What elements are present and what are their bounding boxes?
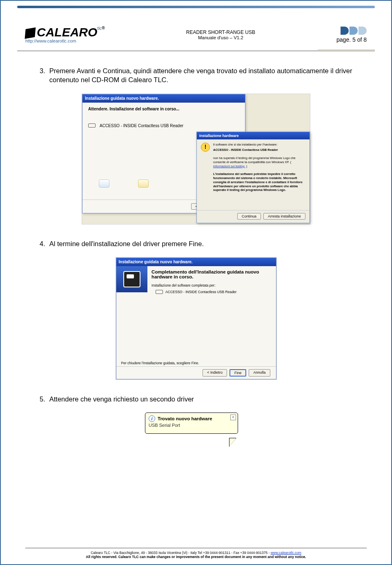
balloon-title: Trovato nuovo hardware	[158, 416, 212, 421]
wizard-body: Attendere. Installazione del software in…	[82, 103, 245, 132]
folder-icon	[138, 179, 149, 188]
completion-button-row: < Indietro Fine Annulla	[116, 366, 276, 377]
usb-icon	[156, 290, 163, 294]
warning-text: Il software che si sta installando per l…	[213, 143, 305, 193]
doc-subtitle: Manuale d'uso – V1.2	[186, 35, 255, 40]
annulla-button[interactable]: Annulla	[249, 369, 270, 377]
arresta-button[interactable]: Arresta installazione	[263, 213, 305, 220]
step-number: 4.	[40, 239, 45, 248]
figure-install-wizard-and-warning: Installazione guidata nuovo hardware. At…	[82, 94, 310, 224]
step-3: 3. Premere Avanti e Continua, quindi att…	[40, 66, 352, 85]
fine-button[interactable]: Fine	[229, 369, 247, 377]
balloon-tail	[229, 438, 236, 447]
header-left: CALEAROtlc® http://www.calearotlc.com	[25, 26, 105, 43]
shape-icon	[350, 27, 358, 35]
logo-icon	[25, 27, 36, 39]
step-4: 4. Al termine dell'installazione del dri…	[40, 239, 352, 248]
back-button[interactable]: < Indietro	[203, 369, 227, 377]
page-header: CALEAROtlc® http://www.calearotlc.com RE…	[25, 20, 367, 49]
shape-icon	[359, 27, 367, 35]
header-rule	[17, 51, 375, 51]
logo: CALEAROtlc®	[25, 26, 105, 38]
completion-left-graphic	[116, 266, 148, 292]
completion-device: ACCESSO - INSIDE Contactless USB Reader	[165, 290, 236, 294]
doc-title: READER SHORT-RANGE USB	[186, 29, 255, 35]
step-text: Al termine dell'installazione del driver…	[49, 239, 204, 248]
wizard-titlebar: Installazione guidata nuovo hardware.	[82, 94, 245, 103]
info-icon: i	[149, 415, 155, 422]
balloon: × i Trovato nuovo hardware USB Serial Po…	[145, 413, 238, 434]
brand-shapes	[336, 27, 367, 35]
header-right: page. 5 of 8	[336, 27, 367, 43]
continua-button[interactable]: Continua	[237, 213, 261, 220]
footer-link[interactable]: www.calearotlc.com	[271, 551, 301, 555]
balloon-title-row: i Trovato nuovo hardware	[149, 415, 234, 422]
step-text: Attendere che venga richiesto un secondo…	[49, 395, 194, 404]
warning-bold: L'installazione del software potrebbe im…	[213, 172, 305, 192]
completion-note: Per chiudere l'installazione guidata, sc…	[121, 361, 199, 365]
completion-titlebar: Installazione guidata nuovo hardware.	[116, 258, 276, 266]
usb-icon	[88, 123, 96, 128]
close-icon[interactable]: ×	[230, 415, 236, 420]
completion-title: Completamento dell'Installazione guidata…	[151, 269, 272, 279]
completion-sub: Installazione del software completata pe…	[151, 283, 272, 287]
page-footer: Calearo TLC - Via Bacchiglione, 49 - 360…	[25, 546, 367, 559]
page-content: 3. Premere Avanti e Continua, quindi att…	[40, 66, 352, 462]
warning-row: ! Il software che si sta installando per…	[201, 143, 305, 193]
warning-device: ACCESSO - INSIDE Contactless USB Reader	[213, 148, 278, 152]
warning-button-row: Continua Arresta installazione	[197, 210, 310, 220]
shape-icon	[341, 27, 349, 35]
testing-info-link[interactable]: Informazioni sul testing.	[213, 164, 245, 168]
warning-titlebar: Installazione hardware	[197, 132, 310, 139]
disk-icon	[99, 179, 109, 188]
step-5: 5. Attendere che venga richiesto un seco…	[40, 395, 352, 404]
completion-right: Completamento dell'Installazione guidata…	[147, 266, 276, 297]
warning-line1: Il software che si sta installando per l…	[213, 143, 305, 147]
logo-text: CALEARO	[37, 25, 97, 39]
page-number: page. 5 of 8	[336, 36, 367, 43]
step-number: 5.	[40, 395, 45, 404]
header-url: http://www.calearotlc.com	[25, 38, 105, 43]
footer-line2: All rights reserved. Calearo TLC can mak…	[86, 555, 306, 559]
hardware-icon	[123, 271, 140, 287]
step-text: Premere Avanti e Continua, quindi attend…	[49, 66, 352, 85]
figure-balloon-notification: × i Trovato nuovo hardware USB Serial Po…	[145, 413, 247, 448]
completion-device-row: ACCESSO - INSIDE Contactless USB Reader	[156, 290, 272, 294]
warning-dialog: Installazione hardware ! Il software che…	[196, 132, 310, 223]
warning-body: ! Il software che si sta installando per…	[197, 139, 310, 196]
logo-tlc: tlc	[97, 26, 102, 31]
step-number: 3.	[40, 66, 45, 85]
wizard-transfer-icons	[99, 179, 149, 188]
footer-line1: Calearo TLC - Via Bacchiglione, 49 - 360…	[25, 551, 367, 555]
warning-para2: non ha superato il testing del programma…	[213, 156, 305, 168]
figure-install-complete: Installazione guidata nuovo hardware. Co…	[116, 257, 277, 380]
wizard-device-row: ACCESSO - INSIDE Contactless USB Reader	[88, 123, 239, 128]
warning-icon: !	[201, 143, 210, 152]
completion-top: Completamento dell'Installazione guidata…	[116, 266, 276, 297]
top-decorative-bar	[17, 6, 375, 8]
header-center: READER SHORT-RANGE USB Manuale d'uso – V…	[186, 29, 255, 40]
balloon-sub: USB Serial Port	[149, 423, 234, 428]
completion-window: Installazione guidata nuovo hardware. Co…	[116, 258, 276, 379]
wizard-device-name: ACCESSO - INSIDE Contactless USB Reader	[100, 123, 183, 128]
wizard-wait-text: Attendere. Installazione del software in…	[88, 107, 239, 111]
